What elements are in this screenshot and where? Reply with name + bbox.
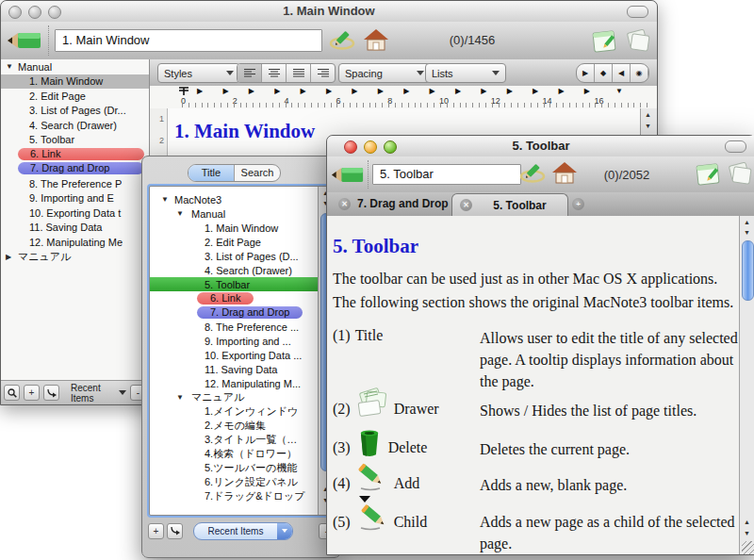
disclosure-triangle-icon[interactable]: ▼ bbox=[161, 195, 169, 204]
add-tab-icon[interactable]: + bbox=[572, 198, 584, 210]
drawer-toggle-icon[interactable] bbox=[329, 27, 355, 54]
sidebar-row[interactable]: 8. The Preference P bbox=[1, 176, 149, 191]
tree-row[interactable]: 8. The Preference ... bbox=[150, 320, 319, 334]
scroll-up-icon[interactable]: ▲ bbox=[742, 518, 752, 527]
tree-row[interactable]: ▼ MacNote3 bbox=[150, 192, 319, 206]
sidebar-row[interactable]: 10. Exporting Data t bbox=[1, 206, 149, 221]
toolbar-pill-button[interactable] bbox=[725, 140, 746, 153]
tree-row[interactable]: 3.タイトル一覧（… bbox=[150, 433, 319, 447]
scroll-up-icon[interactable]: ▲ bbox=[643, 110, 653, 120]
edit-note-icon[interactable] bbox=[591, 26, 619, 55]
tree-row[interactable]: 5. Toolbar bbox=[150, 277, 319, 291]
sidebar-row[interactable]: 7. Drag and Drop bbox=[1, 162, 149, 177]
tree-row[interactable]: ▼ マニュアル bbox=[150, 390, 319, 404]
tree-row[interactable]: ▼ Manual bbox=[150, 206, 319, 221]
resize-grip[interactable] bbox=[742, 541, 754, 554]
minimize-button[interactable] bbox=[28, 6, 41, 19]
sidebar-row[interactable]: ▼ Manual bbox=[1, 59, 149, 74]
scroll-up-icon[interactable]: ▲ bbox=[742, 218, 752, 227]
search-button[interactable] bbox=[4, 385, 20, 401]
right-indent-marker[interactable]: ▼ bbox=[615, 87, 623, 95]
tree-row[interactable]: 2. Edit Page bbox=[150, 235, 319, 249]
sidebar-row[interactable]: 12. Manipulating Me bbox=[1, 235, 149, 250]
zoom-button[interactable] bbox=[48, 6, 61, 19]
scrollbar-thumb[interactable] bbox=[742, 240, 754, 301]
align-left-button[interactable] bbox=[238, 64, 262, 82]
close-button[interactable] bbox=[8, 6, 22, 19]
align-justify-button[interactable] bbox=[287, 64, 311, 82]
tree-row[interactable]: 2.メモの編集 bbox=[150, 419, 319, 433]
minimize-button[interactable] bbox=[364, 140, 377, 154]
tree-row[interactable]: 12. Manipulating M... bbox=[150, 376, 319, 390]
main-titlebar[interactable]: 1. Main Window bbox=[1, 1, 657, 23]
lists-popup[interactable]: Lists bbox=[425, 63, 506, 83]
pages-stack-icon[interactable] bbox=[725, 159, 754, 188]
add-child-button[interactable] bbox=[43, 385, 59, 401]
tree-row[interactable]: 9. Importing and ... bbox=[150, 334, 319, 348]
recent-items-popup[interactable]: Recent Items bbox=[71, 383, 126, 404]
sidebar-row[interactable]: 9. Importing and E bbox=[1, 191, 149, 206]
tree-row[interactable]: 6.リンク設定パネル bbox=[150, 475, 319, 489]
sidebar-row[interactable]: 5. Toolbar bbox=[1, 133, 149, 148]
sidebar-row[interactable]: 1. Main Window bbox=[1, 74, 149, 90]
page-title-field[interactable]: 1. Main Window bbox=[55, 29, 322, 52]
tree-row[interactable]: 11. Saving Data bbox=[150, 362, 319, 376]
sidebar-row[interactable]: ▶ マニュアル bbox=[1, 250, 149, 265]
scroll-down-icon[interactable]: ▼ bbox=[742, 529, 752, 538]
home-icon[interactable] bbox=[363, 27, 389, 54]
tree-row[interactable]: 4.検索（ドロワー） bbox=[150, 447, 319, 461]
tree-row[interactable]: 5.ツールバーの機能 bbox=[150, 461, 319, 475]
disclosure-triangle-icon[interactable]: ▼ bbox=[176, 393, 184, 402]
styles-popup[interactable]: Styles bbox=[157, 63, 240, 83]
scroll-down-icon[interactable]: ▼ bbox=[742, 228, 752, 238]
close-button[interactable] bbox=[344, 140, 357, 154]
sidebar-row[interactable]: 4. Search (Drawer) bbox=[1, 118, 149, 133]
align-right-button[interactable] bbox=[311, 64, 335, 82]
tab-drag-and-drop[interactable]: 7. Drag and Drop bbox=[357, 197, 449, 210]
tree-row[interactable]: 7. Drag and Drop bbox=[150, 305, 319, 320]
disclosure-triangle-icon[interactable]: ▶ bbox=[6, 253, 17, 261]
scroll-down-icon[interactable]: ▼ bbox=[643, 122, 653, 131]
sidebar-row[interactable]: 11. Saving Data bbox=[1, 221, 149, 236]
align-center-button[interactable] bbox=[262, 64, 287, 82]
tree-row[interactable]: 10. Exporting Data ... bbox=[150, 348, 319, 362]
toolbar-pill-button[interactable] bbox=[627, 6, 648, 18]
ruler[interactable]: ▶▶▶▶▶▶▶▶▶▶▶▶▶▶▶▶ ▼ 0246810121416 bbox=[150, 86, 657, 109]
add-page-button[interactable]: + bbox=[24, 385, 40, 401]
sidebar-row[interactable]: 3. List of Pages (Dr... bbox=[1, 104, 149, 119]
drawer-toggle-icon[interactable] bbox=[519, 160, 546, 187]
tree-row[interactable]: 6. Link bbox=[150, 291, 319, 305]
home-icon[interactable] bbox=[551, 160, 578, 187]
spacing-popup[interactable]: Spacing bbox=[338, 63, 431, 83]
tab-toolbar-active[interactable]: ✕ 5. Toolbar bbox=[451, 193, 568, 216]
document-view[interactable]: 5. Toolbar The toolbar can be used just … bbox=[327, 216, 754, 554]
sidebar-row[interactable]: 2. Edit Page bbox=[1, 89, 149, 104]
recent-items-popup[interactable]: Recent Items bbox=[193, 522, 293, 540]
tab-type-button[interactable]: ◀ bbox=[613, 64, 631, 82]
add-page-button[interactable]: + bbox=[148, 523, 164, 539]
pages-stack-icon[interactable] bbox=[623, 26, 653, 55]
sidebar-row-label: 9. Importing and E bbox=[29, 192, 114, 204]
tab-title[interactable]: Title bbox=[188, 165, 234, 181]
tab-type-button[interactable]: ▶ bbox=[577, 64, 595, 82]
tree-row[interactable]: 3. List of Pages (D... bbox=[150, 249, 319, 263]
close-tab-icon[interactable]: ✕ bbox=[338, 198, 351, 210]
tree-row[interactable]: 1.メインウィンドウ bbox=[150, 404, 319, 419]
page-title-field[interactable]: 5. Toolbar bbox=[372, 164, 521, 185]
tab-type-button[interactable]: ◉ bbox=[631, 64, 648, 82]
tree-row[interactable]: 1. Main Window bbox=[150, 221, 319, 235]
add-child-button[interactable] bbox=[167, 523, 183, 539]
sidebar-row[interactable]: 6. Link bbox=[1, 147, 149, 162]
disclosure-triangle-icon[interactable]: ▼ bbox=[6, 62, 17, 71]
tree-row[interactable]: 7.ドラッグ&ドロップ bbox=[150, 489, 319, 503]
front-titlebar[interactable]: 5. Toolbar bbox=[327, 136, 754, 157]
edit-note-icon[interactable] bbox=[695, 159, 723, 188]
close-tab-icon[interactable]: ✕ bbox=[460, 199, 472, 211]
tab-search[interactable]: Search bbox=[234, 165, 280, 181]
disclosure-triangle-icon[interactable]: ▼ bbox=[176, 209, 184, 218]
tab-type-button[interactable]: ◆ bbox=[595, 64, 613, 82]
tree-row[interactable]: 4. Search (Drawer) bbox=[150, 263, 319, 277]
document-scrollbar[interactable]: ▲ ▼ ▲ ▼ bbox=[739, 216, 754, 554]
first-line-indent-marker[interactable] bbox=[178, 87, 189, 96]
zoom-button[interactable] bbox=[384, 140, 397, 154]
